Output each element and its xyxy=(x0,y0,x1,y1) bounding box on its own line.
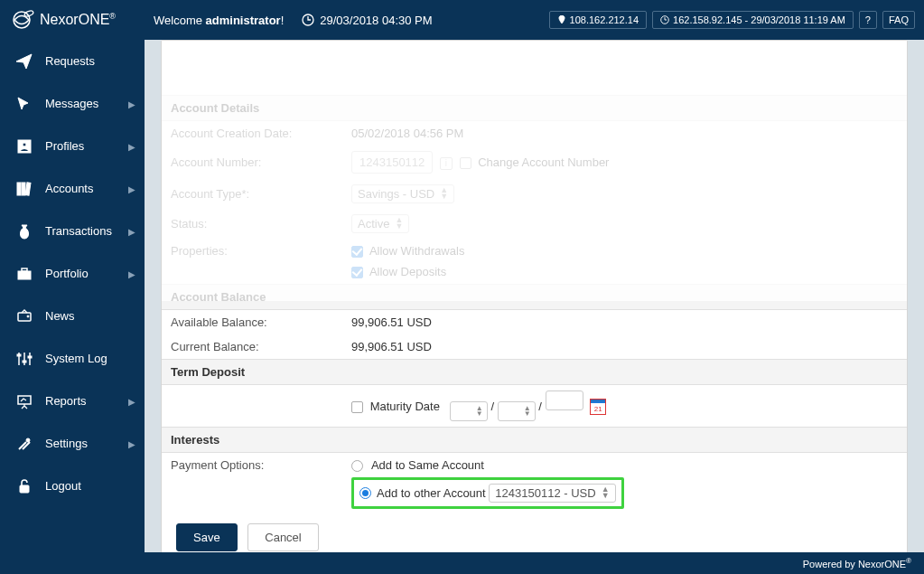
sidebar-item-transactions[interactable]: Transactions ▶ xyxy=(0,210,145,252)
svg-point-12 xyxy=(27,315,29,317)
account-number-label: Account Number: xyxy=(162,146,342,179)
svg-rect-7 xyxy=(22,183,25,195)
section-term-deposit: Term Deposit xyxy=(162,359,907,384)
change-account-number-label: Change Account Number xyxy=(478,155,609,169)
svg-point-0 xyxy=(14,12,30,28)
account-type-select[interactable]: Savings - USD ▲▼ xyxy=(351,184,454,203)
add-to-other-radio[interactable] xyxy=(359,487,371,499)
sidebar-item-news[interactable]: News xyxy=(0,295,145,337)
account-number-input[interactable]: 1243150112 xyxy=(351,151,433,174)
sidebar-item-label: Requests xyxy=(45,54,95,68)
main-content: Account Details Account Creation Date: 0… xyxy=(145,40,924,552)
books-icon xyxy=(14,180,34,198)
form-actions: Save Cancel xyxy=(162,514,907,552)
last-login-box[interactable]: 162.158.92.145 - 29/03/2018 11:19 AM xyxy=(652,11,854,29)
sidebar-item-label: Logout xyxy=(45,479,81,493)
clock-icon xyxy=(302,14,314,26)
status-label: Status: xyxy=(162,209,342,239)
faq-button[interactable]: FAQ xyxy=(882,11,915,29)
caret-icon: ▲▼ xyxy=(602,486,610,499)
section-account-details: Account Details xyxy=(162,95,907,120)
svg-point-5 xyxy=(23,143,26,146)
briefcase-icon xyxy=(14,265,34,283)
sidebar-item-reports[interactable]: Reports ▶ xyxy=(0,380,145,422)
available-balance-label: Available Balance: xyxy=(162,309,342,334)
sidebar-item-label: System Log xyxy=(45,352,107,365)
chevron-right-icon: ▶ xyxy=(128,141,135,151)
calendar-icon[interactable]: 21 xyxy=(590,399,606,415)
allow-deposits-checkbox[interactable] xyxy=(351,267,363,278)
sidebar-item-settings[interactable]: Settings ▶ xyxy=(0,422,145,465)
section-account-balance: Account Balance xyxy=(162,284,907,309)
available-balance-value: 99,906.51 USD xyxy=(342,309,907,334)
paper-plane-icon xyxy=(14,52,34,71)
app-header: NexorONE® Welcome administrator! 29/03/2… xyxy=(0,0,924,40)
chevron-right-icon: ▶ xyxy=(128,183,135,193)
cursor-icon xyxy=(14,95,34,113)
status-select[interactable]: Active ▲▼ xyxy=(351,214,409,233)
add-to-same-radio[interactable] xyxy=(351,460,363,472)
current-ip-text: 108.162.212.14 xyxy=(570,14,639,25)
caret-icon: ▲▼ xyxy=(395,217,403,230)
chevron-right-icon: ▶ xyxy=(128,99,135,108)
sidebar-item-label: Messages xyxy=(45,97,98,110)
sidebar-item-logout[interactable]: Logout xyxy=(0,465,145,507)
section-interests: Interests xyxy=(162,427,907,452)
tv-icon xyxy=(14,307,34,325)
account-type-label: Account Type*: xyxy=(162,179,342,209)
help-button[interactable]: ? xyxy=(859,11,877,29)
chevron-right-icon: ▶ xyxy=(128,396,135,406)
change-account-number-checkbox[interactable] xyxy=(460,157,471,169)
header-datetime: 29/03/2018 04:30 PM xyxy=(320,14,432,27)
svg-rect-6 xyxy=(17,183,21,195)
sidebar-item-requests[interactable]: Requests xyxy=(0,40,145,82)
globe-icon xyxy=(9,6,36,33)
sidebar-item-messages[interactable]: Messages ▶ xyxy=(0,82,145,125)
sliders-icon xyxy=(14,350,34,368)
svg-point-1 xyxy=(23,10,33,17)
sidebar-item-accounts[interactable]: Accounts ▶ xyxy=(0,167,145,210)
welcome-text: Welcome administrator! xyxy=(154,14,284,27)
allow-deposits-label: Allow Deposits xyxy=(369,265,446,278)
svg-rect-9 xyxy=(18,271,31,279)
brand-name: NexorONE® xyxy=(40,12,116,28)
presentation-icon xyxy=(14,392,34,410)
cancel-button[interactable]: Cancel xyxy=(247,523,318,551)
last-login-text: 162.158.92.145 - 29/03/2018 11:19 AM xyxy=(673,14,845,25)
allow-withdrawals-checkbox[interactable] xyxy=(351,246,363,258)
account-creation-date-value: 05/02/2018 04:56 PM xyxy=(342,120,907,146)
sidebar-item-system-log[interactable]: System Log xyxy=(0,337,145,380)
sidebar: Requests Messages ▶ Profiles ▶ Accounts … xyxy=(0,40,145,552)
maturity-date-checkbox[interactable] xyxy=(351,401,363,413)
profile-icon xyxy=(14,137,34,155)
account-creation-date-label: Account Creation Date: xyxy=(162,120,342,146)
svg-point-17 xyxy=(26,438,30,442)
info-icon[interactable]: i xyxy=(440,157,453,170)
chevron-right-icon: ▶ xyxy=(128,438,135,448)
app-footer: Powered by NexorONE® xyxy=(0,552,924,574)
brand-logo: NexorONE® xyxy=(9,6,154,33)
properties-label: Properties: xyxy=(162,239,342,285)
sidebar-item-portfolio[interactable]: Portfolio ▶ xyxy=(0,252,145,295)
svg-rect-13 xyxy=(17,354,21,356)
current-balance-value: 99,906.51 USD xyxy=(342,334,907,360)
svg-rect-18 xyxy=(20,485,29,493)
lock-icon xyxy=(14,477,34,495)
svg-rect-15 xyxy=(28,356,32,358)
tools-icon xyxy=(14,435,34,453)
save-button[interactable]: Save xyxy=(176,523,238,551)
maturity-year-input[interactable] xyxy=(546,391,583,410)
maturity-day-select[interactable]: ▲▼ xyxy=(498,401,536,421)
sidebar-item-profiles[interactable]: Profiles ▶ xyxy=(0,125,145,167)
pin-icon xyxy=(557,15,566,24)
current-ip-box[interactable]: 108.162.212.14 xyxy=(549,11,647,29)
sidebar-item-label: News xyxy=(45,309,75,323)
sidebar-item-label: Reports xyxy=(45,394,87,408)
caret-icon: ▲▼ xyxy=(440,187,448,200)
account-panel: Account Details Account Creation Date: 0… xyxy=(161,40,908,552)
other-account-select[interactable]: 1243150112 - USD ▲▼ xyxy=(489,484,615,503)
maturity-month-select[interactable]: ▲▼ xyxy=(450,401,488,421)
payment-options-label: Payment Options: xyxy=(162,452,342,514)
sidebar-item-label: Transactions xyxy=(45,224,112,238)
clock-icon xyxy=(660,15,669,24)
